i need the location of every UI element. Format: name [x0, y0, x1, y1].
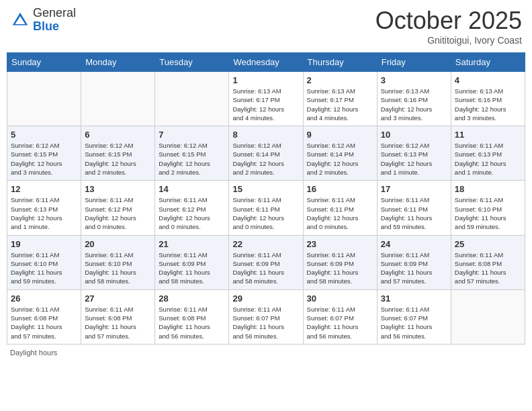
day-info: Sunrise: 6:11 AM Sunset: 6:08 PM Dayligh…	[11, 305, 77, 340]
calendar-day-header: Tuesday	[155, 53, 229, 72]
calendar-day-cell: 2Sunrise: 6:13 AM Sunset: 6:17 PM Daylig…	[303, 72, 377, 126]
calendar-day-cell: 19Sunrise: 6:11 AM Sunset: 6:10 PM Dayli…	[7, 235, 81, 289]
day-info: Sunrise: 6:11 AM Sunset: 6:11 PM Dayligh…	[232, 195, 299, 231]
day-number: 10	[381, 130, 447, 140]
day-number: 14	[159, 184, 225, 194]
calendar-day-cell: 14Sunrise: 6:11 AM Sunset: 6:12 PM Dayli…	[155, 181, 229, 235]
day-number: 9	[307, 130, 373, 140]
day-number: 23	[307, 239, 373, 249]
day-info: Sunrise: 6:11 AM Sunset: 6:09 PM Dayligh…	[232, 250, 299, 286]
day-number: 2	[307, 75, 373, 85]
day-number: 26	[11, 293, 77, 304]
calendar-day-cell: 1Sunrise: 6:13 AM Sunset: 6:17 PM Daylig…	[229, 72, 303, 126]
day-number: 7	[159, 130, 225, 140]
calendar-day-cell	[155, 72, 229, 126]
calendar-day-cell	[81, 72, 155, 126]
day-info: Sunrise: 6:12 AM Sunset: 6:13 PM Dayligh…	[381, 141, 447, 177]
calendar-day-cell: 18Sunrise: 6:11 AM Sunset: 6:10 PM Dayli…	[451, 181, 525, 235]
calendar-day-cell: 20Sunrise: 6:11 AM Sunset: 6:10 PM Dayli…	[81, 235, 155, 289]
day-info: Sunrise: 6:11 AM Sunset: 6:08 PM Dayligh…	[85, 305, 151, 340]
day-info: Sunrise: 6:11 AM Sunset: 6:12 PM Dayligh…	[85, 195, 151, 231]
day-info: Sunrise: 6:13 AM Sunset: 6:16 PM Dayligh…	[381, 87, 447, 122]
calendar-day-header: Friday	[377, 53, 451, 72]
calendar-day-cell: 8Sunrise: 6:12 AM Sunset: 6:14 PM Daylig…	[229, 126, 303, 181]
day-info: Sunrise: 6:11 AM Sunset: 6:10 PM Dayligh…	[11, 250, 77, 286]
calendar-day-cell: 23Sunrise: 6:11 AM Sunset: 6:09 PM Dayli…	[303, 235, 377, 289]
day-info: Sunrise: 6:11 AM Sunset: 6:08 PM Dayligh…	[159, 305, 225, 340]
calendar-day-cell: 9Sunrise: 6:12 AM Sunset: 6:14 PM Daylig…	[303, 126, 377, 181]
day-number: 8	[232, 130, 299, 140]
calendar-day-cell	[7, 72, 81, 126]
calendar-day-cell: 27Sunrise: 6:11 AM Sunset: 6:08 PM Dayli…	[81, 289, 155, 344]
day-number: 12	[11, 184, 77, 194]
calendar-day-cell: 25Sunrise: 6:11 AM Sunset: 6:08 PM Dayli…	[451, 235, 525, 289]
calendar-day-cell: 24Sunrise: 6:11 AM Sunset: 6:09 PM Dayli…	[377, 235, 451, 289]
calendar-day-cell: 31Sunrise: 6:11 AM Sunset: 6:07 PM Dayli…	[377, 289, 451, 344]
calendar-day-cell: 11Sunrise: 6:11 AM Sunset: 6:13 PM Dayli…	[451, 126, 525, 181]
day-info: Sunrise: 6:11 AM Sunset: 6:09 PM Dayligh…	[307, 250, 373, 286]
day-number: 11	[455, 130, 521, 140]
day-info: Sunrise: 6:11 AM Sunset: 6:13 PM Dayligh…	[11, 195, 77, 231]
calendar-day-cell: 26Sunrise: 6:11 AM Sunset: 6:08 PM Dayli…	[7, 289, 81, 344]
day-number: 17	[381, 184, 447, 194]
day-number: 31	[381, 293, 447, 304]
day-number: 21	[159, 239, 225, 249]
calendar-week-row: 12Sunrise: 6:11 AM Sunset: 6:13 PM Dayli…	[7, 181, 525, 235]
calendar-day-cell: 28Sunrise: 6:11 AM Sunset: 6:08 PM Dayli…	[155, 289, 229, 344]
calendar-day-cell: 5Sunrise: 6:12 AM Sunset: 6:15 PM Daylig…	[7, 126, 81, 181]
day-info: Sunrise: 6:11 AM Sunset: 6:07 PM Dayligh…	[232, 305, 299, 340]
calendar-day-cell: 17Sunrise: 6:11 AM Sunset: 6:11 PM Dayli…	[377, 181, 451, 235]
day-info: Sunrise: 6:11 AM Sunset: 6:07 PM Dayligh…	[307, 305, 373, 340]
day-info: Sunrise: 6:11 AM Sunset: 6:08 PM Dayligh…	[455, 250, 521, 286]
title-block: October 2025 Gnititoigui, Ivory Coast	[375, 7, 522, 46]
day-info: Sunrise: 6:11 AM Sunset: 6:11 PM Dayligh…	[381, 195, 447, 231]
day-number: 18	[455, 184, 521, 194]
logo-general-text: General	[33, 7, 76, 20]
calendar-day-cell	[451, 289, 525, 344]
calendar-header-row: SundayMondayTuesdayWednesdayThursdayFrid…	[7, 53, 525, 72]
calendar-day-cell: 21Sunrise: 6:11 AM Sunset: 6:09 PM Dayli…	[155, 235, 229, 289]
calendar-day-cell: 16Sunrise: 6:11 AM Sunset: 6:11 PM Dayli…	[303, 181, 377, 235]
day-number: 13	[85, 184, 151, 194]
calendar-day-cell: 22Sunrise: 6:11 AM Sunset: 6:09 PM Dayli…	[229, 235, 303, 289]
location-subtitle: Gnititoigui, Ivory Coast	[375, 35, 522, 46]
day-info: Sunrise: 6:12 AM Sunset: 6:15 PM Dayligh…	[85, 141, 151, 177]
calendar-day-cell: 10Sunrise: 6:12 AM Sunset: 6:13 PM Dayli…	[377, 126, 451, 181]
day-number: 20	[85, 239, 151, 249]
day-info: Sunrise: 6:12 AM Sunset: 6:14 PM Dayligh…	[307, 141, 373, 177]
calendar-day-cell: 30Sunrise: 6:11 AM Sunset: 6:07 PM Dayli…	[303, 289, 377, 344]
logo: General Blue	[10, 7, 76, 34]
day-number: 15	[232, 184, 299, 194]
footer-text: Daylight hours	[10, 349, 57, 357]
calendar-day-cell: 13Sunrise: 6:11 AM Sunset: 6:12 PM Dayli…	[81, 181, 155, 235]
day-number: 28	[159, 293, 225, 304]
month-title: October 2025	[375, 7, 522, 35]
calendar-day-header: Wednesday	[229, 53, 303, 72]
day-number: 27	[85, 293, 151, 304]
calendar-day-cell: 29Sunrise: 6:11 AM Sunset: 6:07 PM Dayli…	[229, 289, 303, 344]
day-info: Sunrise: 6:11 AM Sunset: 6:10 PM Dayligh…	[85, 250, 151, 286]
footer: Daylight hours	[7, 349, 525, 357]
calendar-week-row: 5Sunrise: 6:12 AM Sunset: 6:15 PM Daylig…	[7, 126, 525, 181]
day-info: Sunrise: 6:12 AM Sunset: 6:15 PM Dayligh…	[11, 141, 77, 177]
day-info: Sunrise: 6:11 AM Sunset: 6:12 PM Dayligh…	[159, 195, 225, 231]
day-number: 24	[381, 239, 447, 249]
calendar-day-header: Thursday	[303, 53, 377, 72]
day-info: Sunrise: 6:11 AM Sunset: 6:10 PM Dayligh…	[455, 195, 521, 231]
day-number: 4	[455, 75, 521, 85]
day-number: 5	[11, 130, 77, 140]
day-info: Sunrise: 6:13 AM Sunset: 6:16 PM Dayligh…	[455, 87, 521, 122]
day-number: 22	[232, 239, 299, 249]
day-info: Sunrise: 6:12 AM Sunset: 6:14 PM Dayligh…	[232, 141, 299, 177]
logo-icon	[10, 10, 30, 30]
page-header: General Blue October 2025 Gnititoigui, I…	[7, 7, 525, 46]
day-info: Sunrise: 6:11 AM Sunset: 6:11 PM Dayligh…	[307, 195, 373, 231]
calendar-week-row: 1Sunrise: 6:13 AM Sunset: 6:17 PM Daylig…	[7, 72, 525, 126]
calendar-day-cell: 7Sunrise: 6:12 AM Sunset: 6:15 PM Daylig…	[155, 126, 229, 181]
logo-text: General Blue	[33, 7, 76, 34]
calendar-table: SundayMondayTuesdayWednesdayThursdayFrid…	[7, 52, 525, 345]
day-number: 19	[11, 239, 77, 249]
day-info: Sunrise: 6:12 AM Sunset: 6:15 PM Dayligh…	[159, 141, 225, 177]
calendar-week-row: 19Sunrise: 6:11 AM Sunset: 6:10 PM Dayli…	[7, 235, 525, 289]
logo-blue-text: Blue	[33, 20, 76, 34]
